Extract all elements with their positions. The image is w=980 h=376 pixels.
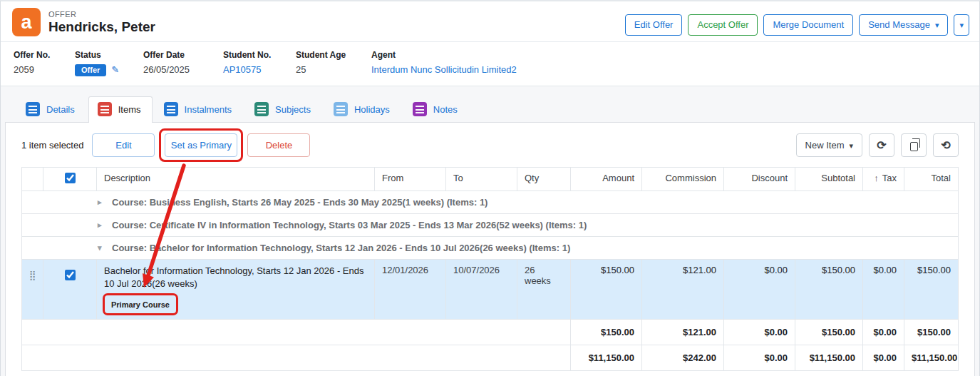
selection-count: 1 item selected — [21, 140, 83, 151]
copy-button[interactable] — [901, 133, 927, 157]
group-label: Course: Business English, Starts 26 May … — [112, 197, 488, 208]
field-student-no: Student No. AP10575 — [223, 50, 296, 76]
items-toolbar: 1 item selected Edit Set as Primary Dele… — [6, 123, 974, 166]
field-agent: Agent Interdum Nunc Sollicitudin Limited… — [371, 50, 517, 76]
group-row-certificate-iv[interactable]: Course: Certificate IV in Information Te… — [22, 214, 959, 237]
instalments-icon — [164, 102, 178, 116]
merge-document-button[interactable]: Merge Document — [763, 14, 853, 36]
history-icon — [941, 138, 950, 152]
logo-letter: a — [21, 11, 31, 34]
column-total[interactable]: Total — [904, 168, 959, 191]
group-total-amount: $150.00 — [571, 320, 642, 345]
collapse-caret-icon[interactable] — [98, 243, 102, 253]
expand-caret-icon[interactable] — [98, 198, 102, 207]
item-subtotal: $150.00 — [795, 260, 863, 320]
notes-icon — [413, 102, 427, 116]
header: a OFFER Hendricks, Peter Edit Offer Acce… — [1, 1, 979, 42]
subjects-icon — [254, 102, 269, 116]
drag-handle[interactable] — [22, 260, 43, 320]
expand-caret-icon[interactable] — [98, 220, 102, 230]
field-offer-no: Offer No. 2059 — [14, 50, 75, 76]
field-offer-date: Offer Date 26/05/2025 — [143, 50, 223, 76]
column-from[interactable]: From — [375, 168, 446, 191]
grid-header-row: Description From To Qty Amount Commissio… — [22, 168, 959, 191]
page-title: Hendricks, Peter — [48, 19, 155, 35]
primary-course-wrap: Primary Course — [111, 299, 170, 310]
select-all-checkbox[interactable] — [65, 173, 76, 183]
group-label: Course: Bachelor for Information Technol… — [112, 243, 570, 253]
item-to: 10/07/2026 — [446, 260, 517, 320]
agent-link[interactable]: Interdum Nunc Sollicitudin Limited2 — [371, 64, 517, 75]
edit-item-button[interactable]: Edit — [92, 133, 155, 157]
field-student-age: Student Age 25 — [296, 50, 371, 76]
send-message-button[interactable]: Send Message — [859, 14, 948, 36]
group-total-row: $150.00 $121.00 $0.00 $150.00 $0.00 $150… — [22, 320, 959, 345]
edit-offer-button[interactable]: Edit Offer — [625, 14, 683, 36]
delete-item-button[interactable]: Delete — [247, 133, 310, 157]
new-item-button[interactable]: New Item — [796, 133, 862, 157]
student-no-label: Student No. — [223, 50, 296, 60]
column-qty[interactable]: Qty — [517, 168, 571, 191]
column-description[interactable]: Description — [97, 168, 375, 191]
column-amount[interactable]: Amount — [571, 168, 642, 191]
refresh-icon — [877, 138, 886, 152]
item-row-bachelor-it[interactable]: Bachelor for Information Technology, Sta… — [22, 260, 959, 320]
row-checkbox[interactable] — [65, 270, 76, 280]
item-description: Bachelor for Information Technology, Sta… — [104, 265, 367, 290]
student-no-link[interactable]: AP10575 — [223, 64, 262, 75]
group-label: Course: Certificate IV in Information Te… — [112, 220, 587, 230]
tab-notes[interactable]: Notes — [403, 96, 469, 122]
group-row-business-english[interactable]: Course: Business English, Starts 26 May … — [22, 191, 959, 214]
set-as-primary-button[interactable]: Set as Primary — [165, 133, 237, 157]
tab-notes-label: Notes — [433, 104, 458, 115]
entity-label: OFFER — [48, 10, 155, 19]
refresh-button[interactable] — [869, 133, 894, 157]
tab-items-label: Items — [118, 104, 141, 115]
student-age-value: 25 — [296, 64, 371, 75]
offer-no-label: Offer No. — [14, 50, 75, 60]
tab-subjects[interactable]: Subjects — [245, 96, 322, 122]
grand-total-commission: $242.00 — [642, 345, 724, 371]
group-total-spacer — [22, 320, 571, 345]
group-total-subtotal: $150.00 — [795, 320, 863, 345]
set-as-primary-wrap: Set as Primary — [165, 133, 237, 157]
group-total-total: $150.00 — [904, 320, 959, 345]
accept-offer-button[interactable]: Accept Offer — [688, 14, 758, 36]
select-all-header — [43, 168, 97, 191]
copy-icon — [910, 142, 918, 151]
item-total: $150.00 — [904, 260, 959, 320]
tab-bar: Details Items Instalments Subjects Holid… — [5, 96, 975, 122]
grand-total-discount: $0.00 — [724, 345, 795, 371]
edit-status-icon[interactable] — [111, 64, 119, 75]
grand-total-total: $11,150.00 — [904, 345, 959, 371]
column-discount[interactable]: Discount — [724, 168, 795, 191]
items-panel: 1 item selected Edit Set as Primary Dele… — [5, 122, 975, 376]
grand-total-tax: $0.00 — [863, 345, 904, 371]
column-subtotal[interactable]: Subtotal — [795, 168, 863, 191]
more-actions-button[interactable] — [954, 14, 969, 36]
history-button[interactable] — [933, 133, 959, 157]
status-badge: Offer — [75, 64, 106, 76]
group-total-tax: $0.00 — [863, 320, 904, 345]
content-area: Details Items Instalments Subjects Holid… — [1, 86, 979, 376]
details-icon — [26, 102, 40, 116]
tab-items[interactable]: Items — [88, 96, 153, 123]
titles: OFFER Hendricks, Peter — [48, 10, 155, 35]
grand-total-subtotal: $11,150.00 — [795, 345, 863, 371]
tab-details[interactable]: Details — [16, 96, 86, 122]
group-row-bachelor-it[interactable]: Course: Bachelor for Information Technol… — [22, 237, 959, 260]
column-commission[interactable]: Commission — [642, 168, 724, 191]
column-tax[interactable]: Tax — [863, 168, 904, 191]
group-total-commission: $121.00 — [642, 320, 724, 345]
offer-date-label: Offer Date — [143, 50, 223, 60]
item-qty: 26 weeks — [517, 260, 571, 320]
tab-instalments[interactable]: Instalments — [155, 96, 243, 122]
tab-holidays[interactable]: Holidays — [324, 96, 401, 122]
column-to[interactable]: To — [446, 168, 517, 191]
header-actions: Edit Offer Accept Offer Merge Document S… — [625, 14, 969, 36]
brand: a OFFER Hendricks, Peter — [12, 8, 155, 36]
item-from: 12/01/2026 — [375, 260, 446, 320]
items-grid: Description From To Qty Amount Commissio… — [6, 166, 974, 376]
tab-details-label: Details — [46, 104, 75, 115]
drag-column-header — [22, 168, 43, 191]
